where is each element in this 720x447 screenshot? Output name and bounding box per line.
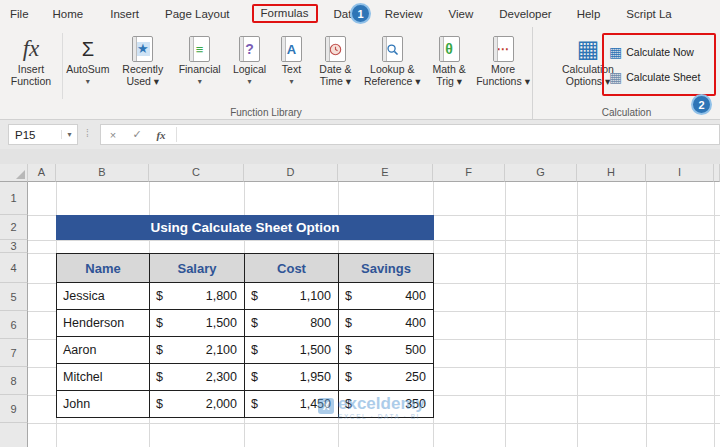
cell-value: 400 (405, 316, 426, 330)
header-name[interactable]: Name (57, 254, 150, 283)
currency-symbol: $ (345, 370, 352, 384)
row-header-7[interactable]: 7 (0, 339, 28, 367)
table-row: John $2,000 $1,450 $350 (57, 391, 434, 418)
header-salary[interactable]: Salary (150, 254, 245, 283)
row-header-4[interactable]: 4 (0, 253, 28, 283)
cell-savings[interactable]: $500 (339, 337, 434, 364)
more-functions-button[interactable]: ⋯ More Functions ▾ (474, 27, 532, 87)
cell-cost[interactable]: $800 (245, 310, 339, 337)
tab-insert[interactable]: Insert (110, 8, 139, 20)
lookup-reference-button[interactable]: Lookup & Reference ▾ (360, 27, 424, 87)
autosum-button[interactable]: Σ AutoSum ▾ (63, 27, 113, 87)
calculate-sheet-button[interactable]: ▦ Calculate Sheet (609, 70, 714, 84)
row-header-6[interactable]: 6 (0, 311, 28, 339)
cell-savings[interactable]: $400 (339, 310, 434, 337)
insert-function-button[interactable]: fx Insert Function (0, 27, 62, 87)
math-trig-button[interactable]: θ Math & Trig ▾ (424, 27, 474, 87)
cell-salary[interactable]: $2,000 (150, 391, 245, 418)
tab-developer[interactable]: Developer (499, 8, 551, 20)
financial-button[interactable]: ≡ Financial ▾ (173, 27, 227, 87)
col-header-i[interactable]: I (646, 164, 714, 182)
name-box[interactable]: P15 ▾ (8, 124, 78, 145)
col-header-b[interactable]: B (56, 164, 149, 182)
logical-dropdown: ▾ (248, 76, 252, 88)
enter-icon[interactable]: ✓ (125, 128, 149, 141)
cell-value: 1,450 (300, 397, 331, 411)
text-button[interactable]: A Text ▾ (273, 27, 311, 87)
select-all-corner[interactable] (0, 164, 28, 182)
cell-name[interactable]: Aaron (57, 337, 150, 364)
row-header-2[interactable]: 2 (0, 215, 28, 240)
cell-salary[interactable]: $2,300 (150, 364, 245, 391)
cell-cost[interactable]: $1,100 (245, 283, 339, 310)
cell-value: 2,300 (206, 370, 237, 384)
cell-name[interactable]: Jessica (57, 283, 150, 310)
cell-savings[interactable]: $400 (339, 283, 434, 310)
gridline (28, 240, 720, 241)
text-icon: A (281, 36, 302, 62)
cell-cost[interactable]: $1,950 (245, 364, 339, 391)
tab-page-layout[interactable]: Page Layout (165, 8, 230, 20)
col-header-j-sliver[interactable] (714, 164, 720, 182)
currency-symbol: $ (156, 289, 163, 303)
cell-name[interactable]: Henderson (57, 310, 150, 337)
col-header-c[interactable]: C (149, 164, 244, 182)
tab-script-lab[interactable]: Script La (626, 8, 671, 20)
grid-area[interactable]: Using Calculate Sheet Option Name Salary… (28, 182, 720, 447)
row-header-5[interactable]: 5 (0, 283, 28, 311)
cell-savings[interactable]: $350 (339, 391, 434, 418)
col-header-h[interactable]: H (577, 164, 646, 182)
gridline (28, 423, 720, 424)
financial-label: Financial (179, 64, 221, 76)
header-cost[interactable]: Cost (245, 254, 339, 283)
row-header-1[interactable]: 1 (0, 182, 28, 215)
cell-cost[interactable]: $1,450 (245, 391, 339, 418)
tab-help[interactable]: Help (577, 8, 601, 20)
cell-salary[interactable]: $1,800 (150, 283, 245, 310)
row-header-3[interactable]: 3 (0, 240, 28, 253)
name-box-dropdown-icon[interactable]: ▾ (61, 130, 77, 139)
logical-button[interactable]: ? Logical ▾ (227, 27, 273, 87)
gridline (577, 182, 578, 447)
col-header-g[interactable]: G (505, 164, 577, 182)
date-time-label2: Time ▾ (320, 76, 351, 88)
row-header-8[interactable]: 8 (0, 367, 28, 395)
date-time-button[interactable]: Date & Time ▾ (310, 27, 360, 87)
cell-value: 2,000 (206, 397, 237, 411)
currency-symbol: $ (251, 289, 258, 303)
group-function-library: fx Insert Function Σ AutoSum ▾ ★ Recentl… (0, 27, 533, 119)
cell-salary[interactable]: $2,100 (150, 337, 245, 364)
cell-savings[interactable]: $250 (339, 364, 434, 391)
date-time-label: Date & (319, 64, 351, 76)
col-header-d[interactable]: D (244, 164, 338, 182)
col-header-a[interactable]: A (28, 164, 56, 182)
calculate-now-button[interactable]: ▦ Calculate Now (609, 45, 714, 59)
formula-bar-drag-handle[interactable]: ⁞ (86, 128, 89, 139)
cell-cost[interactable]: $1,500 (245, 337, 339, 364)
tab-formulas[interactable]: Formulas (252, 4, 318, 23)
recently-used-button[interactable]: ★ Recently Used ▾ (113, 27, 173, 87)
row-header-10-partial[interactable] (0, 423, 28, 447)
tab-view[interactable]: View (449, 8, 474, 20)
insert-function-icon[interactable]: fx (149, 129, 173, 141)
cell-name[interactable]: Mitchel (57, 364, 150, 391)
calculate-sheet-label: Calculate Sheet (626, 71, 700, 83)
worksheet-title-cell[interactable]: Using Calculate Sheet Option (56, 215, 434, 240)
col-header-f[interactable]: F (433, 164, 505, 182)
header-savings[interactable]: Savings (339, 254, 434, 283)
cell-name[interactable]: John (57, 391, 150, 418)
clock-icon (325, 36, 346, 62)
cancel-icon[interactable]: × (101, 129, 125, 141)
cell-value: 1,800 (206, 289, 237, 303)
logical-icon: ? (239, 36, 260, 62)
insert-function-label: Insert (18, 64, 44, 76)
gridline (646, 182, 647, 447)
tab-review[interactable]: Review (385, 8, 423, 20)
autosum-dropdown: ▾ (86, 76, 90, 88)
tab-file[interactable]: File (10, 8, 29, 20)
tab-home[interactable]: Home (53, 8, 84, 20)
col-header-e[interactable]: E (338, 164, 433, 182)
formula-bar: P15 ▾ ⁞ × ✓ fx (0, 120, 720, 149)
cell-salary[interactable]: $1,500 (150, 310, 245, 337)
row-header-9[interactable]: 9 (0, 395, 28, 423)
